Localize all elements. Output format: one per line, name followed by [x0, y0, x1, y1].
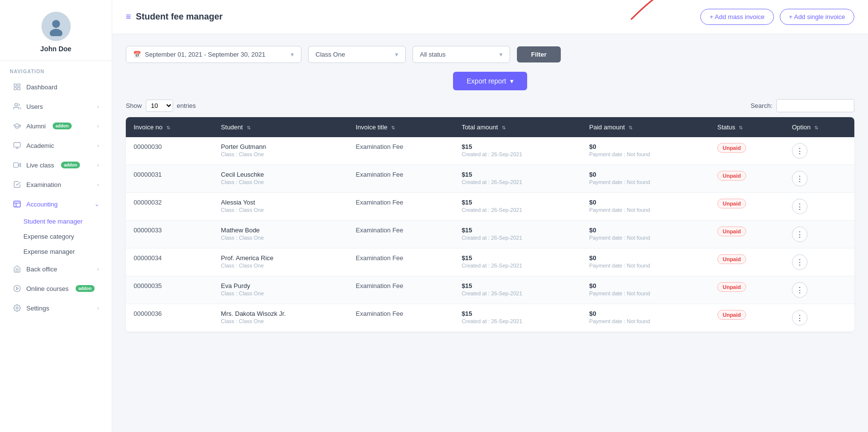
- status-badge: Unpaid: [717, 143, 746, 153]
- entries-label: entries: [177, 102, 196, 109]
- cell-status: Unpaid: [710, 193, 784, 221]
- cell-paid-amount: $0 Payment date : Not found: [581, 248, 710, 276]
- col-status[interactable]: Status ⇅: [710, 117, 784, 137]
- sidebar-item-back-office[interactable]: Back office ›: [3, 260, 109, 278]
- chevron-right-icon: ›: [97, 266, 99, 272]
- cell-invoice-title: Examination Fee: [348, 276, 454, 304]
- avatar-area: John Doe: [0, 0, 112, 61]
- option-button[interactable]: ⋮: [792, 143, 808, 159]
- date-range-value: September 01, 2021 - September 30, 2021: [145, 51, 265, 58]
- cell-student: Mathew Bode Class : Class One: [213, 221, 348, 248]
- col-paid-amount[interactable]: Paid amount ⇅: [581, 117, 710, 137]
- cell-paid-amount: $0 Payment date : Not found: [581, 137, 710, 165]
- svg-rect-7: [14, 143, 20, 147]
- svg-rect-5: [18, 87, 20, 90]
- sidebar-item-alumni[interactable]: Alumni addon ›: [3, 117, 109, 135]
- sidebar-item-label: Dashboard: [26, 83, 58, 91]
- topbar: ≡ Student fee manager + Add mass invoice…: [112, 0, 868, 34]
- table-body: 00000030 Porter Gutmann Class : Class On…: [126, 137, 854, 332]
- svg-rect-2: [14, 84, 17, 86]
- nav-section-label: NAVIGATION: [0, 61, 112, 77]
- sidebar-item-label: Online courses: [26, 285, 69, 292]
- cell-total-amount: $15 Created at : 26-Sep-2021: [454, 137, 582, 165]
- sidebar-item-label: Back office: [26, 266, 57, 273]
- export-dropdown-icon: ▾: [510, 77, 513, 85]
- table-row: 00000036 Mrs. Dakota Wisozk Jr. Class : …: [126, 304, 854, 332]
- sidebar-item-label: Settings: [26, 305, 49, 312]
- option-button[interactable]: ⋮: [792, 171, 808, 186]
- sidebar-item-accounting[interactable]: Accounting ⌄: [3, 195, 109, 213]
- cell-invoice-no: 00000030: [126, 137, 213, 165]
- cell-status: Unpaid: [710, 248, 784, 276]
- sidebar-item-academic[interactable]: Academic ›: [3, 136, 109, 155]
- add-single-invoice-button[interactable]: + Add single invoice: [780, 9, 854, 25]
- svg-point-17: [16, 307, 18, 309]
- subnav-expense-category[interactable]: Expense category: [23, 229, 112, 244]
- sidebar-item-dashboard[interactable]: Dashboard: [3, 78, 109, 96]
- chevron-right-icon: ›: [97, 162, 99, 168]
- search-input[interactable]: [776, 99, 854, 112]
- cell-paid-amount: $0 Payment date : Not found: [581, 276, 710, 304]
- date-chevron-icon: ▾: [291, 51, 294, 58]
- svg-point-0: [52, 20, 60, 28]
- col-invoice-no[interactable]: Invoice no ⇅: [126, 117, 213, 137]
- search-label: Search:: [750, 102, 772, 109]
- cell-invoice-no: 00000035: [126, 276, 213, 304]
- cell-invoice-title: Examination Fee: [348, 304, 454, 332]
- cell-status: Unpaid: [710, 304, 784, 332]
- add-mass-invoice-button[interactable]: + Add mass invoice: [700, 9, 773, 25]
- svg-point-15: [14, 285, 20, 291]
- filter-row: 📅 September 01, 2021 - September 30, 202…: [126, 46, 854, 63]
- cell-invoice-title: Examination Fee: [348, 165, 454, 193]
- class-chevron-icon: ▾: [395, 51, 398, 58]
- sidebar-item-examination[interactable]: Examination ›: [3, 175, 109, 194]
- sidebar-item-label: Live class: [26, 162, 54, 169]
- sidebar-item-label: Accounting: [26, 201, 58, 208]
- cell-total-amount: $15 Created at : 26-Sep-2021: [454, 165, 582, 193]
- sidebar-item-online-courses[interactable]: Online courses addon: [3, 279, 109, 298]
- cell-option: ⋮: [784, 221, 854, 248]
- content-area: 📅 September 01, 2021 - September 30, 202…: [112, 34, 868, 432]
- sidebar: John Doe NAVIGATION Dashboard Users › Al…: [0, 0, 112, 432]
- svg-marker-10: [19, 164, 21, 167]
- export-label: Export report: [467, 77, 506, 85]
- option-button[interactable]: ⋮: [792, 282, 808, 298]
- table-row: 00000032 Alessia Yost Class : Class One …: [126, 193, 854, 221]
- cell-option: ⋮: [784, 276, 854, 304]
- cell-option: ⋮: [784, 165, 854, 193]
- online-courses-addon-badge: addon: [76, 285, 95, 292]
- option-button[interactable]: ⋮: [792, 254, 808, 270]
- export-report-button[interactable]: Export report ▾: [453, 72, 527, 90]
- sidebar-item-users[interactable]: Users ›: [3, 97, 109, 116]
- entries-select[interactable]: 10 25 50 100: [146, 100, 173, 112]
- cell-option: ⋮: [784, 137, 854, 165]
- subnav-expense-manager[interactable]: Expense manager: [23, 244, 112, 259]
- export-row: Export report ▾: [126, 72, 854, 90]
- sidebar-item-settings[interactable]: Settings ›: [3, 299, 109, 317]
- filter-button[interactable]: Filter: [517, 46, 561, 62]
- main-content: ≡ Student fee manager + Add mass invoice…: [112, 0, 868, 432]
- sidebar-item-label: Alumni: [26, 123, 46, 130]
- date-range-filter[interactable]: 📅 September 01, 2021 - September 30, 202…: [126, 46, 301, 63]
- option-button[interactable]: ⋮: [792, 226, 808, 242]
- col-total-amount[interactable]: Total amount ⇅: [454, 117, 582, 137]
- svg-rect-3: [18, 84, 20, 86]
- table-header-row: Invoice no ⇅ Student ⇅ Invoice title ⇅ T…: [126, 117, 854, 137]
- cell-option: ⋮: [784, 304, 854, 332]
- cell-invoice-title: Examination Fee: [348, 248, 454, 276]
- option-button[interactable]: ⋮: [792, 199, 808, 214]
- sidebar-item-live-class[interactable]: Live class addon ›: [3, 156, 109, 174]
- table-controls: Show 10 25 50 100 entries Search:: [126, 99, 854, 112]
- examination-icon: [13, 180, 21, 189]
- status-filter[interactable]: All status ▾: [413, 46, 510, 63]
- page-title: Student fee manager: [136, 12, 223, 22]
- table-row: 00000031 Cecil Leuschke Class : Class On…: [126, 165, 854, 193]
- subnav-student-fee-manager[interactable]: Student fee manager: [23, 214, 112, 229]
- col-invoice-title[interactable]: Invoice title ⇅: [348, 117, 454, 137]
- live-class-icon: [13, 161, 21, 169]
- class-filter[interactable]: Class One ▾: [308, 46, 406, 63]
- col-student[interactable]: Student ⇅: [213, 117, 348, 137]
- alumni-icon: [13, 122, 21, 130]
- option-button[interactable]: ⋮: [792, 310, 808, 326]
- col-option[interactable]: Option ⇅: [784, 117, 854, 137]
